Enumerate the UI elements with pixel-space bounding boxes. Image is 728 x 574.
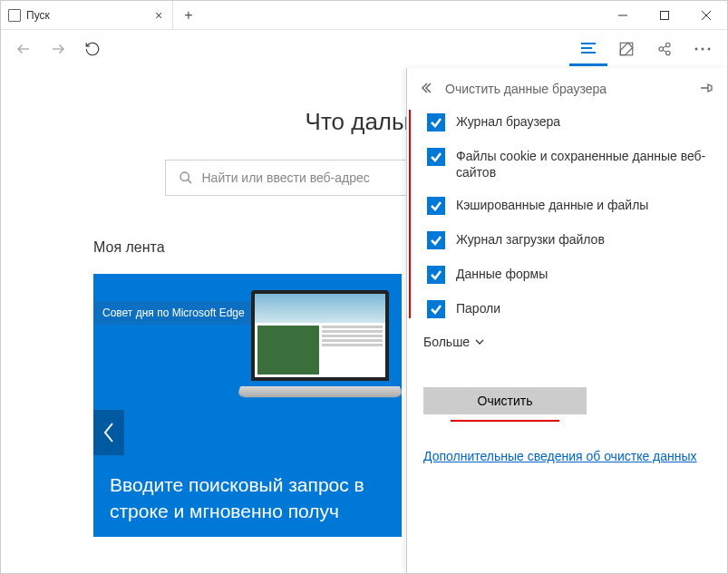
forward-button[interactable] bbox=[41, 32, 75, 66]
svg-point-10 bbox=[659, 47, 664, 52]
svg-rect-1 bbox=[661, 11, 669, 19]
svg-point-15 bbox=[695, 48, 698, 51]
clear-button[interactable]: Очистить bbox=[423, 387, 587, 414]
share-button[interactable] bbox=[645, 32, 684, 66]
clear-data-panel: Очистить данные браузера Журнал браузера… bbox=[406, 68, 727, 573]
carousel-prev-button[interactable] bbox=[93, 410, 124, 455]
panel-title: Очистить данные браузера bbox=[445, 82, 607, 96]
close-tab-icon[interactable]: × bbox=[152, 9, 165, 22]
checkbox-icon bbox=[427, 231, 445, 249]
tip-badge: Совет дня по Microsoft Edge bbox=[93, 301, 254, 325]
panel-header: Очистить данные браузера bbox=[407, 68, 727, 110]
new-tab-button[interactable]: + bbox=[173, 1, 204, 29]
checkbox-icon bbox=[427, 300, 445, 318]
svg-point-11 bbox=[666, 43, 671, 47]
back-button[interactable] bbox=[6, 32, 41, 66]
checkbox-icon bbox=[427, 113, 445, 131]
panel-back-button[interactable] bbox=[420, 82, 432, 97]
more-button[interactable] bbox=[684, 32, 722, 66]
maximize-button[interactable] bbox=[644, 1, 685, 29]
checkbox-cookies[interactable]: Файлы cookie и сохраненные данные веб-са… bbox=[427, 148, 711, 180]
search-icon bbox=[179, 170, 193, 185]
svg-point-16 bbox=[702, 48, 704, 51]
svg-line-19 bbox=[188, 180, 191, 183]
svg-line-14 bbox=[663, 50, 666, 52]
checkbox-icon bbox=[427, 148, 445, 166]
toolbar bbox=[1, 30, 727, 68]
search-placeholder: Найти или ввести веб-адрес bbox=[202, 170, 370, 185]
titlebar: Пуск × + bbox=[1, 1, 727, 30]
checkbox-icon bbox=[427, 197, 445, 215]
feed-card[interactable]: Совет дня по Microsoft Edge Вводите поис… bbox=[93, 274, 402, 537]
checkbox-browsing-history[interactable]: Журнал браузера bbox=[427, 113, 711, 131]
tab-title: Пуск bbox=[26, 9, 152, 22]
hub-button[interactable] bbox=[569, 32, 607, 66]
chevron-down-icon bbox=[475, 339, 484, 345]
webnote-button[interactable] bbox=[607, 32, 645, 66]
laptop-illustration bbox=[238, 290, 402, 417]
minimize-button[interactable] bbox=[602, 1, 644, 29]
highlight-underline bbox=[451, 420, 559, 422]
checkbox-form-data[interactable]: Данные формы bbox=[427, 266, 711, 284]
checkbox-downloads[interactable]: Журнал загрузки файлов bbox=[427, 231, 711, 249]
close-window-button[interactable] bbox=[685, 1, 727, 29]
show-more-toggle[interactable]: Больше bbox=[423, 335, 727, 349]
browser-tab[interactable]: Пуск × bbox=[1, 1, 173, 29]
page-content: Что дальш Найти или ввести веб-адрес Моя… bbox=[1, 68, 727, 573]
checkbox-icon bbox=[427, 266, 445, 284]
card-text: Вводите поисковый запрос в строке и мгно… bbox=[110, 472, 393, 524]
checkbox-passwords[interactable]: Пароли bbox=[427, 300, 711, 318]
svg-point-18 bbox=[180, 172, 189, 180]
svg-line-13 bbox=[663, 46, 666, 48]
refresh-button[interactable] bbox=[75, 32, 110, 66]
checkbox-cached[interactable]: Кэшированные данные и файлы bbox=[427, 197, 711, 215]
svg-point-17 bbox=[708, 48, 711, 51]
learn-more-link[interactable]: Дополнительные сведения об очистке данны… bbox=[423, 449, 727, 463]
pin-icon[interactable] bbox=[700, 82, 714, 97]
panel-body: Журнал браузера Файлы cookie и сохраненн… bbox=[409, 110, 727, 318]
svg-point-12 bbox=[666, 51, 671, 55]
page-icon bbox=[8, 9, 21, 22]
